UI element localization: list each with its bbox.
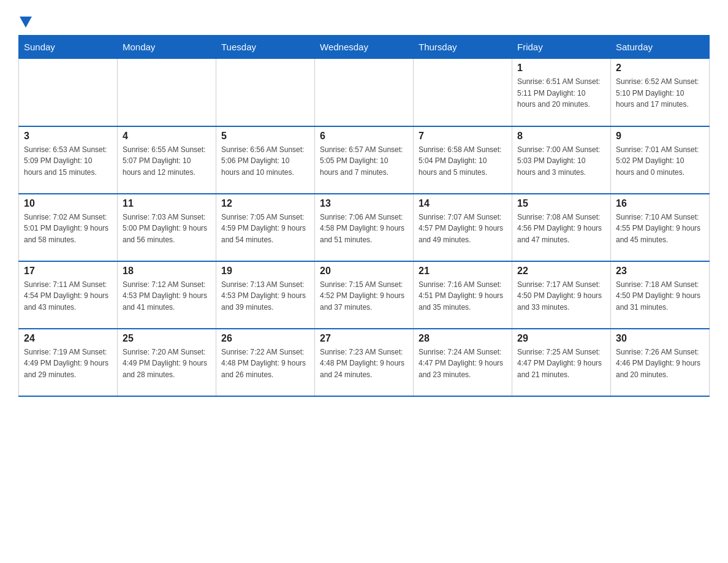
calendar-week-row: 3Sunrise: 6:53 AM Sunset: 5:09 PM Daylig… <box>19 126 710 194</box>
day-number: 14 <box>419 198 507 209</box>
day-info: Sunrise: 6:52 AM Sunset: 5:10 PM Dayligh… <box>616 76 704 110</box>
calendar-day-13: 13Sunrise: 7:06 AM Sunset: 4:58 PM Dayli… <box>315 194 414 261</box>
day-number: 21 <box>419 266 507 277</box>
column-header-thursday: Thursday <box>414 36 512 59</box>
day-info: Sunrise: 7:05 AM Sunset: 4:59 PM Dayligh… <box>221 212 309 246</box>
calendar-day-30: 30Sunrise: 7:26 AM Sunset: 4:46 PM Dayli… <box>611 329 710 396</box>
calendar-day-28: 28Sunrise: 7:24 AM Sunset: 4:47 PM Dayli… <box>414 329 512 396</box>
day-number: 8 <box>517 131 605 142</box>
calendar-day-16: 16Sunrise: 7:10 AM Sunset: 4:55 PM Dayli… <box>611 194 710 261</box>
day-info: Sunrise: 7:20 AM Sunset: 4:49 PM Dayligh… <box>123 347 211 381</box>
calendar-day-11: 11Sunrise: 7:03 AM Sunset: 5:00 PM Dayli… <box>118 194 216 261</box>
calendar-day-7: 7Sunrise: 6:58 AM Sunset: 5:04 PM Daylig… <box>414 126 512 194</box>
day-number: 4 <box>123 131 211 142</box>
calendar-day-5: 5Sunrise: 6:56 AM Sunset: 5:06 PM Daylig… <box>216 126 315 194</box>
column-header-sunday: Sunday <box>19 36 118 59</box>
calendar-table: SundayMondayTuesdayWednesdayThursdayFrid… <box>18 35 710 397</box>
column-header-monday: Monday <box>118 36 216 59</box>
calendar-day-12: 12Sunrise: 7:05 AM Sunset: 4:59 PM Dayli… <box>216 194 315 261</box>
day-number: 28 <box>419 333 507 344</box>
day-number: 9 <box>616 131 704 142</box>
day-number: 22 <box>517 266 605 277</box>
calendar-day-empty <box>19 59 118 126</box>
day-info: Sunrise: 6:51 AM Sunset: 5:11 PM Dayligh… <box>517 76 605 110</box>
day-info: Sunrise: 7:07 AM Sunset: 4:57 PM Dayligh… <box>419 212 507 246</box>
calendar-day-8: 8Sunrise: 7:00 AM Sunset: 5:03 PM Daylig… <box>512 126 611 194</box>
day-number: 20 <box>320 266 408 277</box>
column-header-friday: Friday <box>512 36 611 59</box>
day-number: 17 <box>24 266 112 277</box>
calendar-header-row: SundayMondayTuesdayWednesdayThursdayFrid… <box>19 36 710 59</box>
day-number: 26 <box>221 333 309 344</box>
day-number: 18 <box>123 266 211 277</box>
calendar-day-6: 6Sunrise: 6:57 AM Sunset: 5:05 PM Daylig… <box>315 126 414 194</box>
column-header-wednesday: Wednesday <box>315 36 414 59</box>
calendar-day-17: 17Sunrise: 7:11 AM Sunset: 4:54 PM Dayli… <box>19 261 118 329</box>
day-info: Sunrise: 7:16 AM Sunset: 4:51 PM Dayligh… <box>419 279 507 313</box>
column-header-tuesday: Tuesday <box>216 36 315 59</box>
day-number: 15 <box>517 198 605 209</box>
day-number: 1 <box>517 63 605 74</box>
calendar-day-15: 15Sunrise: 7:08 AM Sunset: 4:56 PM Dayli… <box>512 194 611 261</box>
svg-marker-0 <box>20 17 32 28</box>
day-info: Sunrise: 7:02 AM Sunset: 5:01 PM Dayligh… <box>24 212 112 246</box>
day-info: Sunrise: 7:26 AM Sunset: 4:46 PM Dayligh… <box>616 347 704 381</box>
calendar-week-row: 17Sunrise: 7:11 AM Sunset: 4:54 PM Dayli… <box>19 261 710 329</box>
day-number: 19 <box>221 266 309 277</box>
day-info: Sunrise: 7:12 AM Sunset: 4:53 PM Dayligh… <box>123 279 211 313</box>
day-number: 25 <box>123 333 211 344</box>
day-info: Sunrise: 7:03 AM Sunset: 5:00 PM Dayligh… <box>123 212 211 246</box>
day-info: Sunrise: 6:56 AM Sunset: 5:06 PM Dayligh… <box>221 144 309 178</box>
day-info: Sunrise: 6:58 AM Sunset: 5:04 PM Dayligh… <box>419 144 507 178</box>
day-info: Sunrise: 7:19 AM Sunset: 4:49 PM Dayligh… <box>24 347 112 381</box>
calendar-week-row: 10Sunrise: 7:02 AM Sunset: 5:01 PM Dayli… <box>19 194 710 261</box>
day-info: Sunrise: 7:17 AM Sunset: 4:50 PM Dayligh… <box>517 279 605 313</box>
day-number: 3 <box>24 131 112 142</box>
calendar-day-empty <box>216 59 315 126</box>
logo-arrow-icon <box>20 17 32 29</box>
calendar-day-14: 14Sunrise: 7:07 AM Sunset: 4:57 PM Dayli… <box>414 194 512 261</box>
day-info: Sunrise: 7:24 AM Sunset: 4:47 PM Dayligh… <box>419 347 507 381</box>
calendar-day-26: 26Sunrise: 7:22 AM Sunset: 4:48 PM Dayli… <box>216 329 315 396</box>
calendar-day-23: 23Sunrise: 7:18 AM Sunset: 4:50 PM Dayli… <box>611 261 710 329</box>
column-header-saturday: Saturday <box>611 36 710 59</box>
day-number: 2 <box>616 63 704 74</box>
day-info: Sunrise: 6:53 AM Sunset: 5:09 PM Dayligh… <box>24 144 112 178</box>
calendar-day-19: 19Sunrise: 7:13 AM Sunset: 4:53 PM Dayli… <box>216 261 315 329</box>
calendar-day-20: 20Sunrise: 7:15 AM Sunset: 4:52 PM Dayli… <box>315 261 414 329</box>
calendar-day-18: 18Sunrise: 7:12 AM Sunset: 4:53 PM Dayli… <box>118 261 216 329</box>
day-info: Sunrise: 7:25 AM Sunset: 4:47 PM Dayligh… <box>517 347 605 381</box>
calendar-day-2: 2Sunrise: 6:52 AM Sunset: 5:10 PM Daylig… <box>611 59 710 126</box>
day-number: 23 <box>616 266 704 277</box>
calendar-day-24: 24Sunrise: 7:19 AM Sunset: 4:49 PM Dayli… <box>19 329 118 396</box>
day-number: 11 <box>123 198 211 209</box>
calendar-week-row: 1Sunrise: 6:51 AM Sunset: 5:11 PM Daylig… <box>19 59 710 126</box>
logo <box>18 12 32 29</box>
day-number: 5 <box>221 131 309 142</box>
calendar-week-row: 24Sunrise: 7:19 AM Sunset: 4:49 PM Dayli… <box>19 329 710 396</box>
calendar-day-empty <box>315 59 414 126</box>
day-number: 6 <box>320 131 408 142</box>
calendar-day-9: 9Sunrise: 7:01 AM Sunset: 5:02 PM Daylig… <box>611 126 710 194</box>
day-number: 27 <box>320 333 408 344</box>
day-info: Sunrise: 7:10 AM Sunset: 4:55 PM Dayligh… <box>616 212 704 246</box>
day-info: Sunrise: 7:11 AM Sunset: 4:54 PM Dayligh… <box>24 279 112 313</box>
calendar-day-10: 10Sunrise: 7:02 AM Sunset: 5:01 PM Dayli… <box>19 194 118 261</box>
calendar-day-1: 1Sunrise: 6:51 AM Sunset: 5:11 PM Daylig… <box>512 59 611 126</box>
calendar-day-25: 25Sunrise: 7:20 AM Sunset: 4:49 PM Dayli… <box>118 329 216 396</box>
calendar-day-21: 21Sunrise: 7:16 AM Sunset: 4:51 PM Dayli… <box>414 261 512 329</box>
calendar-day-3: 3Sunrise: 6:53 AM Sunset: 5:09 PM Daylig… <box>19 126 118 194</box>
day-number: 12 <box>221 198 309 209</box>
day-info: Sunrise: 7:22 AM Sunset: 4:48 PM Dayligh… <box>221 347 309 381</box>
day-number: 13 <box>320 198 408 209</box>
calendar-day-4: 4Sunrise: 6:55 AM Sunset: 5:07 PM Daylig… <box>118 126 216 194</box>
day-info: Sunrise: 6:57 AM Sunset: 5:05 PM Dayligh… <box>320 144 408 178</box>
page-header <box>18 12 710 29</box>
day-info: Sunrise: 6:55 AM Sunset: 5:07 PM Dayligh… <box>123 144 211 178</box>
day-info: Sunrise: 7:18 AM Sunset: 4:50 PM Dayligh… <box>616 279 704 313</box>
day-info: Sunrise: 7:01 AM Sunset: 5:02 PM Dayligh… <box>616 144 704 178</box>
day-info: Sunrise: 7:08 AM Sunset: 4:56 PM Dayligh… <box>517 212 605 246</box>
day-number: 24 <box>24 333 112 344</box>
calendar-day-27: 27Sunrise: 7:23 AM Sunset: 4:48 PM Dayli… <box>315 329 414 396</box>
calendar-day-22: 22Sunrise: 7:17 AM Sunset: 4:50 PM Dayli… <box>512 261 611 329</box>
